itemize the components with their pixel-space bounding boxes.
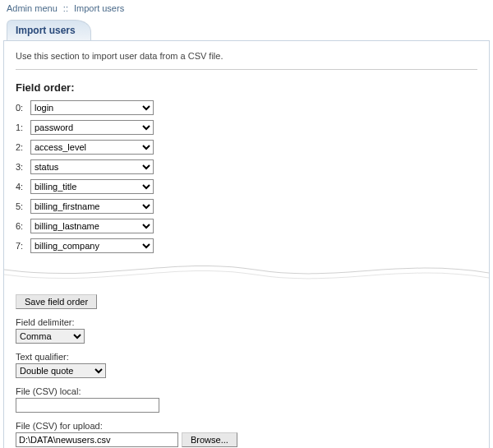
field-index: 7: (16, 241, 30, 251)
browse-button[interactable]: Browse... (182, 432, 237, 447)
divider (16, 69, 477, 70)
breadcrumb: Admin menu :: Import users (0, 0, 493, 16)
save-field-order-button[interactable]: Save field order (16, 294, 97, 309)
field-select-6[interactable]: billing_lastname (30, 219, 154, 233)
field-index: 5: (16, 201, 30, 211)
field-order-title: Field order: (16, 81, 477, 94)
breadcrumb-current: Import users (74, 3, 124, 13)
file-upload-label: File (CSV) for upload: (16, 421, 477, 431)
breadcrumb-admin-menu[interactable]: Admin menu (7, 3, 58, 13)
field-index: 6: (16, 221, 30, 231)
import-panel: Use this section to import user data fro… (3, 40, 490, 448)
file-upload-input[interactable] (16, 432, 178, 447)
field-delimiter-label: Field delimiter: (16, 317, 477, 327)
field-select-2[interactable]: access_level (30, 140, 154, 155)
field-select-3[interactable]: status (30, 159, 154, 174)
field-index: 3: (16, 162, 30, 172)
field-delimiter-select[interactable]: Comma (16, 329, 85, 344)
field-row: 6: billing_lastname (16, 219, 477, 233)
field-index: 4: (16, 182, 30, 192)
field-order-list: 0: login 1: password 2: access_level 3: … (16, 100, 477, 253)
field-row: 4: billing_title (16, 179, 477, 194)
text-qualifier-select[interactable]: Double quote (16, 363, 106, 378)
field-index: 1: (16, 122, 30, 132)
field-select-4[interactable]: billing_title (30, 179, 154, 194)
field-index: 2: (16, 142, 30, 152)
field-row: 2: access_level (16, 140, 477, 155)
field-row: 7: billing_company (16, 238, 477, 253)
file-local-label: File (CSV) local: (16, 386, 477, 396)
intro-text: Use this section to import user data fro… (16, 51, 477, 61)
field-row: 1: password (16, 120, 477, 135)
field-index: 0: (16, 103, 30, 113)
text-qualifier-label: Text qualifier: (16, 352, 477, 362)
breadcrumb-separator: :: (63, 3, 68, 13)
field-select-1[interactable]: password (30, 120, 154, 135)
field-row: 3: status (16, 159, 477, 174)
field-select-0[interactable]: login (30, 100, 154, 115)
file-local-input[interactable] (16, 398, 159, 413)
field-row: 0: login (16, 100, 477, 115)
field-select-5[interactable]: billing_firstname (30, 199, 154, 214)
page-title: Import users (7, 20, 91, 40)
wave-separator (4, 261, 489, 284)
field-row: 5: billing_firstname (16, 199, 477, 214)
field-select-7[interactable]: billing_company (30, 238, 154, 253)
